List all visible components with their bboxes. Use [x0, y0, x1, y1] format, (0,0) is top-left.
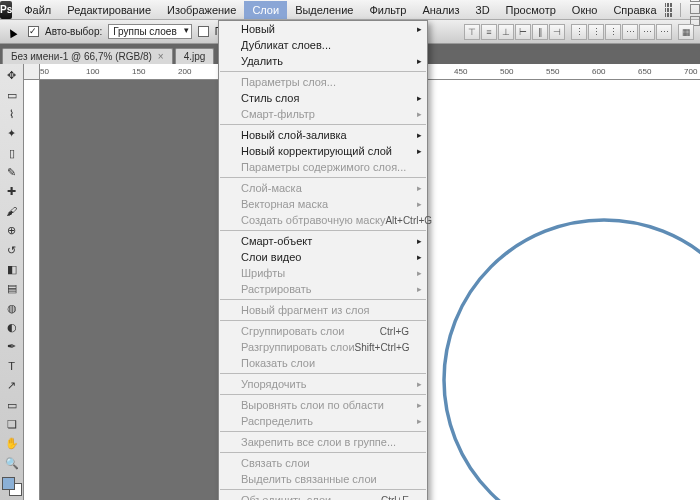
- align-vcenter-icon[interactable]: ≡: [481, 24, 497, 40]
- hand-tool-icon[interactable]: ✋: [2, 435, 22, 452]
- dodge-tool-icon[interactable]: ◐: [2, 319, 22, 336]
- tab-label: 4.jpg: [184, 51, 206, 62]
- distribute-right-icon[interactable]: ⋯: [656, 24, 672, 40]
- menu-item-distribute[interactable]: Распределить: [219, 413, 427, 429]
- pen-tool-icon[interactable]: ✒: [2, 338, 22, 355]
- blur-tool-icon[interactable]: ◍: [2, 300, 22, 317]
- menu-item-new[interactable]: Новый: [219, 21, 427, 37]
- ruler-tick: 700: [684, 67, 697, 76]
- zoom-tool-icon[interactable]: 🔍: [2, 455, 22, 472]
- healing-tool-icon[interactable]: ✚: [2, 183, 22, 200]
- type-tool-icon[interactable]: T: [2, 358, 22, 375]
- menu-item-layer-style[interactable]: Стиль слоя: [219, 90, 427, 106]
- eraser-tool-icon[interactable]: ◧: [2, 261, 22, 278]
- menu-item-link[interactable]: Связать слои: [219, 455, 427, 471]
- crop-tool-icon[interactable]: ▯: [2, 145, 22, 162]
- menu-item-select-linked[interactable]: Выделить связанные слои: [219, 471, 427, 487]
- workspace-switcher-icon[interactable]: [665, 3, 673, 17]
- svg-point-0: [444, 220, 700, 500]
- history-brush-tool-icon[interactable]: ↺: [2, 241, 22, 258]
- ruler-tick: 200: [178, 67, 191, 76]
- document-tab[interactable]: Без имени-1 @ 66,7% (RGB/8)×: [2, 48, 173, 64]
- 3d-tool-icon[interactable]: ❏: [2, 416, 22, 433]
- menu-item-video-layers[interactable]: Слои видео: [219, 249, 427, 265]
- eyedropper-tool-icon[interactable]: ✎: [2, 164, 22, 181]
- menu-filter[interactable]: Фильтр: [361, 1, 414, 19]
- menu-window[interactable]: Окно: [564, 1, 606, 19]
- vertical-ruler[interactable]: [24, 80, 40, 500]
- menu-item-merge-layers[interactable]: Объединить слоиCtrl+E: [219, 492, 427, 500]
- menu-item-rasterize[interactable]: Растрировать: [219, 281, 427, 297]
- menu-item-lock-all[interactable]: Закрепить все слои в группе...: [219, 434, 427, 450]
- menu-item-new-fill[interactable]: Новый слой-заливка: [219, 127, 427, 143]
- ruler-tick: 600: [592, 67, 605, 76]
- marquee-tool-icon[interactable]: ▭: [2, 86, 22, 103]
- menu-item-hide-layers[interactable]: Показать слои: [219, 355, 427, 371]
- menu-layer[interactable]: Слои: [244, 1, 287, 19]
- menu-select[interactable]: Выделение: [287, 1, 361, 19]
- close-icon[interactable]: ×: [158, 51, 164, 62]
- menu-item-align[interactable]: Выровнять слои по области: [219, 397, 427, 413]
- menu-item-duplicate[interactable]: Дубликат слоев...: [219, 37, 427, 53]
- menu-edit[interactable]: Редактирование: [59, 1, 159, 19]
- ruler-tick: 650: [638, 67, 651, 76]
- menu-item-layer-properties[interactable]: Параметры слоя...: [219, 74, 427, 90]
- ruler-tick: 100: [86, 67, 99, 76]
- distribute-bottom-icon[interactable]: ⋮: [605, 24, 621, 40]
- distribute-left-icon[interactable]: ⋯: [622, 24, 638, 40]
- menu-image[interactable]: Изображение: [159, 1, 244, 19]
- menu-item-smart-filter[interactable]: Смарт-фильтр: [219, 106, 427, 122]
- align-right-icon[interactable]: ⊣: [549, 24, 565, 40]
- autoselect-label: Авто-выбор:: [45, 26, 102, 37]
- menu-item-group[interactable]: Сгруппировать слоиCtrl+G: [219, 323, 427, 339]
- menu-item-delete[interactable]: Удалить: [219, 53, 427, 69]
- move-tool-icon[interactable]: ✥: [2, 67, 22, 84]
- distribute-top-icon[interactable]: ⋮: [571, 24, 587, 40]
- menu-bar: Ps Файл Редактирование Изображение Слои …: [0, 0, 700, 20]
- align-buttons: ⊤ ≡ ⊥ ⊢ ∥ ⊣: [464, 24, 565, 40]
- layer-menu-dropdown: Новый Дубликат слоев... Удалить Параметр…: [218, 20, 428, 500]
- ruler-origin[interactable]: [24, 64, 40, 80]
- menu-item-arrange[interactable]: Упорядочить: [219, 376, 427, 392]
- menu-item-new-adjustment[interactable]: Новый корректирующий слой: [219, 143, 427, 159]
- align-left-icon[interactable]: ⊢: [515, 24, 531, 40]
- menu-analysis[interactable]: Анализ: [414, 1, 467, 19]
- tab-label: Без имени-1 @ 66,7% (RGB/8): [11, 51, 152, 62]
- align-hcenter-icon[interactable]: ∥: [532, 24, 548, 40]
- distribute-v-icon[interactable]: ⋮: [588, 24, 604, 40]
- autoselect-dropdown[interactable]: Группы слоев: [108, 24, 191, 39]
- auto-align-icon[interactable]: ▦: [678, 24, 694, 40]
- menu-item-ungroup[interactable]: Разгруппировать слоиShift+Ctrl+G: [219, 339, 427, 355]
- app-logo: Ps: [0, 1, 12, 19]
- menu-item-vector-mask[interactable]: Векторная маска: [219, 196, 427, 212]
- path-tool-icon[interactable]: ↗: [2, 377, 22, 394]
- shape-tool-icon[interactable]: ▭: [2, 396, 22, 413]
- menu-file[interactable]: Файл: [16, 1, 59, 19]
- menu-item-clipping-mask[interactable]: Создать обтравочную маскуAlt+Ctrl+G: [219, 212, 427, 228]
- menu-item-content-options[interactable]: Параметры содержимого слоя...: [219, 159, 427, 175]
- wand-tool-icon[interactable]: ✦: [2, 125, 22, 142]
- menu-item-smart-object[interactable]: Смарт-объект: [219, 233, 427, 249]
- move-tool-icon[interactable]: [6, 24, 22, 40]
- lasso-tool-icon[interactable]: ⌇: [2, 106, 22, 123]
- align-top-icon[interactable]: ⊤: [464, 24, 480, 40]
- tool-palette: ✥ ▭ ⌇ ✦ ▯ ✎ ✚ 🖌 ⊕ ↺ ◧ ▤ ◍ ◐ ✒ T ↗ ▭ ❏ ✋ …: [0, 64, 24, 500]
- brush-tool-icon[interactable]: 🖌: [2, 203, 22, 220]
- stamp-tool-icon[interactable]: ⊕: [2, 222, 22, 239]
- menu-help[interactable]: Справка: [605, 1, 664, 19]
- menu-item-layer-mask[interactable]: Слой-маска: [219, 180, 427, 196]
- distribute-h-icon[interactable]: ⋯: [639, 24, 655, 40]
- distribute-buttons: ⋮ ⋮ ⋮ ⋯ ⋯ ⋯: [571, 24, 672, 40]
- gradient-tool-icon[interactable]: ▤: [2, 280, 22, 297]
- menu-item-new-slice[interactable]: Новый фрагмент из слоя: [219, 302, 427, 318]
- menu-view[interactable]: Просмотр: [498, 1, 564, 19]
- autoselect-checkbox[interactable]: [28, 26, 39, 37]
- ruler-tick: 450: [454, 67, 467, 76]
- document-tab[interactable]: 4.jpg: [175, 48, 215, 64]
- menu-3d[interactable]: 3D: [468, 1, 498, 19]
- color-swatches[interactable]: [2, 477, 22, 496]
- align-bottom-icon[interactable]: ⊥: [498, 24, 514, 40]
- menu-item-type[interactable]: Шрифты: [219, 265, 427, 281]
- show-transform-checkbox[interactable]: [198, 26, 209, 37]
- ruler-tick: 150: [132, 67, 145, 76]
